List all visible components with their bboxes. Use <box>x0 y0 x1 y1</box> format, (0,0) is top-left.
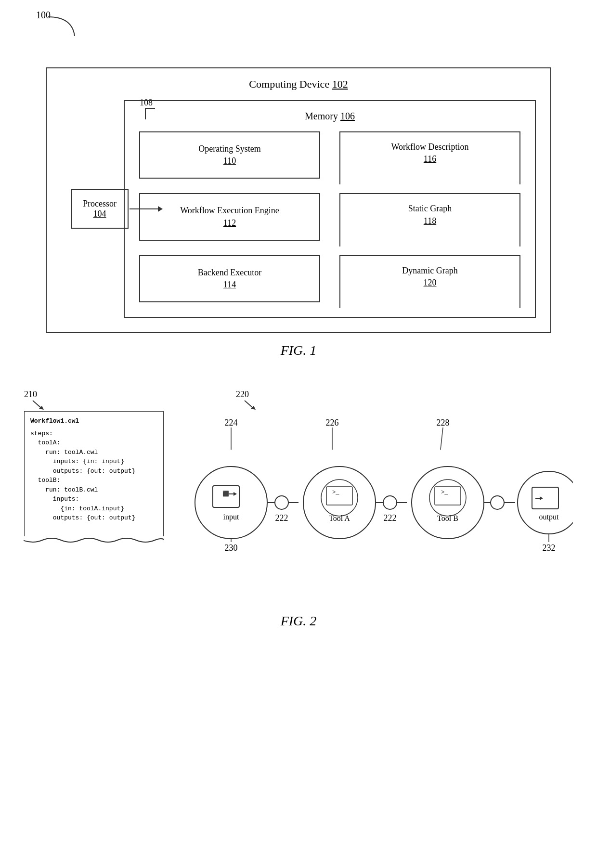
fig2-section: 210 Workflow1.cwl steps: toolA: run: too… <box>0 382 597 652</box>
ref-222b-text: 222 <box>384 513 397 523</box>
memory-grid: Operating System 110 Workflow Descriptio… <box>139 131 520 302</box>
fig2-caption: FIG. 2 <box>0 613 597 629</box>
dynamic-graph-box: Dynamic Graph 120 <box>339 255 520 302</box>
svg-line-4 <box>441 428 443 450</box>
ref-226-text: 226 <box>326 418 339 428</box>
fig1-caption: FIG. 1 <box>0 343 597 358</box>
processor-box: Processor 104 <box>71 189 129 229</box>
ref-100-line <box>43 14 82 43</box>
wavy-svg-116 <box>339 179 520 185</box>
ref-232-text: 232 <box>543 543 556 553</box>
ref-230-text: 230 <box>225 543 238 553</box>
svg-text:>_: >_ <box>332 489 339 496</box>
svg-text:⬛: ⬛ <box>222 490 229 497</box>
connector-3 <box>491 496 504 509</box>
code-filename: Workflow1.cwl <box>30 416 157 426</box>
input-label: input <box>223 513 239 521</box>
toolB-label: Tool B <box>437 514 458 522</box>
ref-220-arrow <box>242 398 257 412</box>
connector-2 <box>383 496 397 509</box>
code-block-wrapper: Workflow1.cwl steps: toolA: run: toolA.c… <box>24 411 164 538</box>
ref-222a-text: 222 <box>275 513 288 523</box>
code-wavy-bottom <box>24 536 164 544</box>
code-content: steps: toolA: run: toolA.cwl inputs: {in… <box>30 429 157 523</box>
workflow-diagram: 224 226 228 ⬛ input 222 >_ Tool A <box>173 411 573 613</box>
processor-ref: 104 <box>93 209 106 219</box>
memory-label: Memory 106 <box>139 111 520 122</box>
os-box: Operating System 110 <box>139 131 320 179</box>
memory-box: Memory 106 Operating System 110 Workflow… <box>124 100 536 318</box>
code-block: Workflow1.cwl steps: toolA: run: toolA.c… <box>24 411 164 538</box>
toolA-label: Tool A <box>329 514 350 522</box>
wavy-svg-118 <box>339 241 520 247</box>
ref-224-text: 224 <box>225 418 238 428</box>
fig1-section: 100 Computing Device 102 Processor 104 1… <box>0 0 597 382</box>
svg-text:>_: >_ <box>441 489 448 496</box>
computing-device-label: Computing Device 102 <box>61 78 536 91</box>
workflow-description-box: Workflow Description 116 <box>339 131 520 179</box>
workflow-engine-box: Workflow Execution Engine 112 <box>139 193 320 240</box>
toolA-icon-box <box>326 487 352 505</box>
static-graph-box: Static Graph 118 <box>339 193 520 240</box>
input-icon-box <box>213 486 239 507</box>
connector-1 <box>275 496 288 509</box>
processor-label: Processor <box>79 199 120 209</box>
wavy-svg-120 <box>339 302 520 309</box>
backend-executor-box: Backend Executor 114 <box>139 255 320 302</box>
ref-210-arrow <box>30 398 45 412</box>
ref-228-text: 228 <box>437 418 450 428</box>
output-label: output <box>539 513 559 521</box>
computing-device-box: Computing Device 102 Processor 104 108 <box>46 67 551 333</box>
